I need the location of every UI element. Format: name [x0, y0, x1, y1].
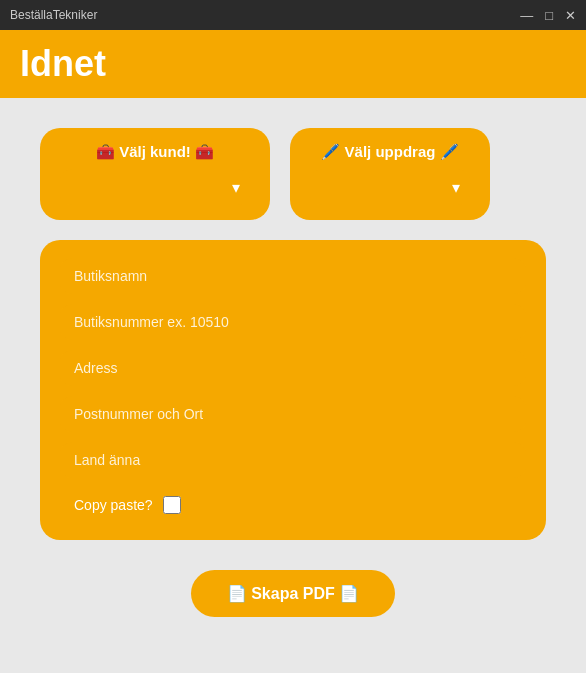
copy-paste-row: Copy paste?: [60, 488, 526, 522]
top-section: 🧰 Välj kund! 🧰 🖊️ Välj uppdrag 🖊️: [40, 128, 546, 220]
customer-card: 🧰 Välj kund! 🧰: [40, 128, 270, 220]
land-input[interactable]: [60, 442, 526, 478]
app-title: Idnet: [20, 43, 106, 85]
bottom-section: 📄 Skapa PDF 📄: [40, 570, 546, 617]
copy-paste-checkbox[interactable]: [163, 496, 181, 514]
app-header: Idnet: [0, 30, 586, 98]
maximize-button[interactable]: □: [545, 9, 553, 22]
main-window: BeställaTekniker — □ ✕ Idnet 🧰 Välj kund…: [0, 0, 586, 673]
customer-select[interactable]: [60, 169, 250, 205]
window-controls: — □ ✕: [520, 9, 576, 22]
assignment-card-label: 🖊️ Välj uppdrag 🖊️: [321, 143, 458, 161]
customer-select-wrapper: [60, 169, 250, 205]
customer-card-label: 🧰 Välj kund! 🧰: [96, 143, 214, 161]
butiksnummer-input[interactable]: [60, 304, 526, 340]
copy-paste-label: Copy paste?: [74, 497, 153, 513]
assignment-card: 🖊️ Välj uppdrag 🖊️: [290, 128, 490, 220]
form-section: Copy paste?: [40, 240, 546, 540]
titlebar: BeställaTekniker — □ ✕: [0, 0, 586, 30]
close-button[interactable]: ✕: [565, 9, 576, 22]
butiksnamn-input[interactable]: [60, 258, 526, 294]
main-content: 🧰 Välj kund! 🧰 🖊️ Välj uppdrag 🖊️: [0, 98, 586, 673]
assignment-select[interactable]: [310, 169, 470, 205]
postnummer-input[interactable]: [60, 396, 526, 432]
minimize-button[interactable]: —: [520, 9, 533, 22]
create-pdf-button[interactable]: 📄 Skapa PDF 📄: [191, 570, 395, 617]
adress-input[interactable]: [60, 350, 526, 386]
assignment-select-wrapper: [310, 169, 470, 205]
window-title: BeställaTekniker: [10, 8, 97, 22]
